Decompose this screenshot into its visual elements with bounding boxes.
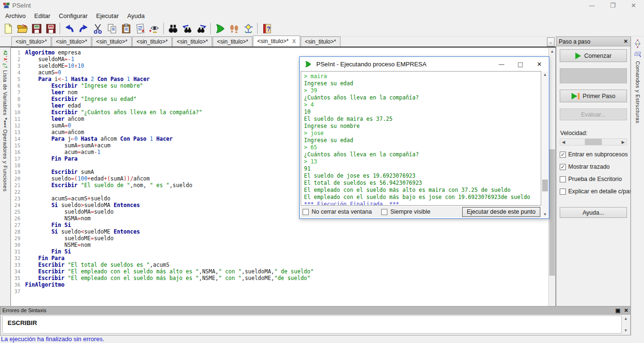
errores-scroll-up-icon[interactable]: ▲ — [622, 316, 629, 321]
find-icon — [168, 23, 179, 34]
line-text: Escribir "El sueldo de ",nom, " es ",sue… — [25, 182, 192, 189]
sidebar-item-lista-de-variables[interactable]: Lista de Variables — [2, 70, 8, 116]
find-next-button[interactable] — [194, 22, 208, 35]
code-line-29[interactable]: 29 sueldoME=sueldo — [11, 235, 548, 242]
find-button[interactable] — [166, 22, 180, 35]
velocidad-slider[interactable]: ◀ ▶ — [560, 138, 627, 145]
line-number: 16 — [11, 149, 25, 155]
tab-4[interactable]: <sin_titulo>* — [132, 36, 172, 46]
checkbox-label: Explicar en detalle c/paso — [568, 188, 635, 195]
tab-3[interactable]: <sin_titulo>* — [92, 36, 132, 46]
dialog-minimize-button[interactable]: — — [492, 57, 511, 71]
tab-list-dropdown[interactable]: ⌄ — [547, 37, 555, 46]
open-file-button[interactable] — [15, 22, 29, 35]
code-line-31[interactable]: 31 Fin Si — [11, 248, 548, 255]
find-previous-button[interactable] — [180, 22, 194, 35]
editor-vertical-scrollbar[interactable]: ▲ ▼ — [548, 48, 555, 329]
code-line-1[interactable]: 1Algoritmo empresa — [11, 49, 548, 56]
tab-close-icon[interactable]: X — [292, 38, 295, 44]
dock-panel-icon[interactable]: ▣ — [615, 307, 620, 314]
checkbox-1[interactable]: ✓ — [560, 152, 566, 158]
code-line-36[interactable]: 36FinAlgoritmo — [11, 281, 548, 288]
code-line-30[interactable]: 30 NSME=nom — [11, 242, 548, 248]
primer-paso-button[interactable]: Primer Paso — [560, 90, 627, 102]
code-line-28[interactable]: 28 Si sueldo<sueldoME Entonces — [11, 228, 548, 235]
checkbox-4[interactable] — [560, 189, 566, 195]
tab-label: <sin_titulo>* — [136, 38, 168, 45]
code-line-34[interactable]: 34 Escribir "El empleado con el sueldo m… — [11, 268, 548, 275]
dialog-titlebar[interactable]: PSeInt - Ejecutando proceso EMPRESA — □ … — [300, 57, 549, 71]
save-all-button[interactable] — [44, 22, 58, 35]
scroll-up-icon[interactable]: ▲ — [549, 48, 555, 55]
slider-left-icon[interactable]: ◀ — [560, 140, 567, 144]
operators-functions-icon: *+=< — [3, 117, 8, 128]
paste-button[interactable] — [119, 22, 133, 35]
run-icon — [215, 23, 225, 34]
close-button[interactable]: ✕ — [623, 0, 644, 10]
restore-button[interactable]: ❐ — [602, 0, 623, 10]
menu-item-ayuda[interactable]: Ayuda — [123, 11, 149, 20]
errores-scrollbar[interactable]: ▲ ▼ — [622, 316, 629, 334]
errores-scroll-down-icon[interactable]: ▼ — [622, 328, 629, 333]
errores-content[interactable]: ESCRIBIR — [2, 316, 622, 334]
step-play-icon — [572, 93, 580, 99]
code-line-32[interactable]: 32 Fin Para — [11, 255, 548, 262]
slider-thumb[interactable] — [585, 139, 602, 145]
flow-condition-icon: A>B — [634, 39, 641, 49]
line-number: 13 — [11, 129, 25, 135]
cut-button[interactable] — [90, 22, 105, 35]
no-cerrar-checkbox[interactable] — [303, 209, 309, 215]
console-scrollbar[interactable]: ▲ ▼ — [542, 72, 548, 217]
sidebar-item-comandos-y-estructuras[interactable]: Comandos y Estructuras — [635, 61, 641, 123]
tab-8[interactable]: <sin_titulo>* — [301, 36, 340, 46]
ejecutar-desde-este-punto-button[interactable]: Ejecutar desde este punto — [462, 207, 540, 217]
save-button[interactable] — [29, 22, 44, 35]
code-line-33[interactable]: 33 Escribir "El total de sueldos es ",ac… — [11, 262, 548, 268]
draw-flowchart-button[interactable] — [241, 22, 255, 35]
console-output[interactable]: > mairaIngrese su edad> 39¿Cuántos años … — [301, 71, 541, 206]
slider-track[interactable] — [567, 139, 620, 145]
dialog-close-button[interactable]: ✕ — [530, 57, 549, 71]
paso-a-paso-body: Comenzar Primer Paso Evaluar... Velocida… — [556, 46, 630, 221]
tab-5[interactable]: <sin_titulo>* — [172, 36, 212, 46]
menu-item-editar[interactable]: Editar — [30, 11, 54, 20]
tab-2[interactable]: <sin_titulo>* — [52, 36, 91, 46]
tab-6[interactable]: <sin_titulo>* — [213, 36, 252, 46]
menu-item-archivo[interactable]: Archivo — [1, 11, 30, 20]
run-step-button[interactable] — [227, 22, 241, 35]
preview-button[interactable] — [147, 22, 161, 35]
copy-button[interactable] — [105, 22, 119, 35]
menu-item-configurar[interactable]: Configurar — [54, 11, 92, 20]
run-button[interactable] — [213, 22, 227, 35]
code-line-37[interactable]: 37 — [11, 288, 548, 295]
line-number: 8 — [11, 96, 25, 102]
undo-button[interactable] — [62, 22, 76, 35]
line-text: Para j←0 Hasta añcom Con Paso 1 Hacer — [25, 135, 173, 142]
minimize-button[interactable]: — — [581, 0, 602, 10]
panel-close-icon[interactable]: ✕ — [624, 38, 628, 45]
new-file-button[interactable] — [1, 22, 15, 35]
redo-button[interactable] — [76, 22, 90, 35]
dialog-maximize-button[interactable]: □ — [511, 57, 530, 71]
code-line-27[interactable]: 27 Fin Si — [11, 222, 548, 228]
help-button[interactable]: ? — [259, 22, 274, 35]
line-number: 24 — [11, 202, 25, 208]
line-text: Escribir "Ingrese su edad" — [25, 96, 136, 102]
ayuda-button[interactable]: Ayuda... — [560, 207, 627, 218]
code-line-35[interactable]: 35 Escribir "El empleado con el sueldo m… — [11, 275, 548, 281]
editor-vscroll-thumb[interactable] — [549, 149, 555, 276]
slider-right-icon[interactable]: ▶ — [620, 140, 626, 144]
checkbox-2[interactable]: ✓ — [560, 164, 566, 170]
tab-7[interactable]: <sin_titulo>*X — [253, 36, 300, 46]
siempre-visible-checkbox[interactable] — [381, 209, 387, 215]
checkbox-3[interactable] — [560, 176, 566, 182]
close-errors-icon[interactable]: ✕ — [624, 307, 628, 314]
console-scroll-thumb[interactable] — [542, 180, 548, 191]
sidebar-item-operadores-y-funciones[interactable]: Operadores y Funciones — [2, 129, 8, 191]
console-scroll-down-icon[interactable]: ▼ — [542, 212, 548, 217]
menu-item-ejecutar[interactable]: Ejecutar — [92, 11, 123, 20]
tab-1[interactable]: <sin_titulo>* — [11, 36, 51, 46]
comenzar-button[interactable]: Comenzar — [560, 49, 627, 62]
format-code-button[interactable] — [133, 22, 147, 35]
console-scroll-up-icon[interactable]: ▲ — [542, 72, 548, 77]
